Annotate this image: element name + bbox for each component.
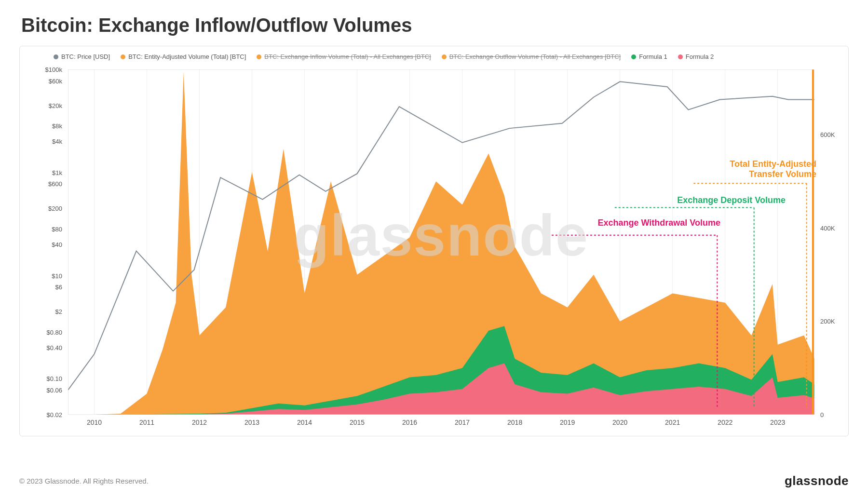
legend-item-f1[interactable]: Formula 1	[631, 53, 667, 60]
annotation-withdraw: Exchange Withdrawal Volume	[597, 218, 720, 228]
y-left-tick: $80	[52, 226, 62, 233]
y-left-tick: $0.40	[46, 344, 62, 351]
y-left-tick: $0.10	[46, 375, 62, 382]
x-ticks: 2010201120122013201420152016201720182019…	[68, 419, 814, 429]
chart-svg	[68, 69, 814, 415]
legend-swatch	[54, 54, 58, 59]
y-left-tick: $10	[52, 272, 62, 279]
chart-page: { "title": "Bitcoin: Exchange Inflow/Out…	[0, 0, 868, 500]
x-tick: 2023	[770, 419, 785, 426]
x-tick: 2016	[402, 419, 417, 426]
brand-logo: glassnode	[785, 473, 849, 488]
y-left-tick: $1k	[52, 169, 62, 176]
legend-item-price[interactable]: BTC: Price [USD]	[54, 53, 110, 60]
legend-label: BTC: Entity-Adjusted Volume (Total) [BTC…	[128, 53, 246, 60]
x-tick: 2021	[665, 419, 680, 426]
y-left-tick: $8k	[52, 122, 62, 130]
y-left-tick: $100k	[45, 66, 62, 73]
x-tick: 2018	[507, 419, 522, 426]
footer: © 2023 Glassnode. All Rights Reserved. g…	[19, 473, 849, 488]
y-left-tick: $200	[48, 205, 62, 212]
y-left-tick: $4k	[52, 138, 62, 145]
y-left-tick: $600	[48, 180, 62, 188]
legend-label: BTC: Exchange Inflow Volume (Total) - Al…	[264, 53, 431, 60]
x-tick: 2011	[139, 419, 154, 426]
legend-item-total[interactable]: BTC: Entity-Adjusted Volume (Total) [BTC…	[121, 53, 246, 60]
x-tick: 2012	[192, 419, 207, 426]
x-tick: 2010	[87, 419, 102, 426]
annotation-deposit: Exchange Deposit Volume	[677, 195, 786, 205]
legend-item-outflow[interactable]: BTC: Exchange Outflow Volume (Total) - A…	[442, 53, 621, 60]
y-left-tick: $0.80	[46, 328, 62, 336]
legend-label: Formula 2	[686, 53, 714, 60]
y-left-ticks: $0.02$0.06$0.10$0.40$0.80$2$6$10$40$80$2…	[20, 69, 66, 415]
y-right-ticks: 0200K400K600K	[816, 69, 848, 415]
y-left-tick: $0.06	[46, 387, 62, 394]
legend-swatch	[257, 54, 261, 59]
annotation-transfer: Total Entity-AdjustedTransfer Volume	[730, 159, 816, 179]
legend-label: BTC: Exchange Outflow Volume (Total) - A…	[449, 53, 621, 60]
y-left-tick: $20k	[49, 102, 62, 109]
chart-title: Bitcoin: Exchange Inflow/Outflow Volumes	[21, 14, 849, 36]
y-left-tick: $2	[55, 308, 62, 315]
y-right-tick: 200K	[820, 318, 835, 325]
legend-swatch	[442, 54, 447, 59]
x-tick: 2017	[455, 419, 470, 426]
y-left-tick: $0.02	[46, 411, 62, 419]
legend-label: BTC: Price [USD]	[61, 53, 110, 60]
x-tick: 2020	[612, 419, 627, 426]
y-left-tick: $6	[55, 284, 62, 291]
legend-swatch	[631, 54, 636, 59]
legend-item-inflow[interactable]: BTC: Exchange Inflow Volume (Total) - Al…	[257, 53, 431, 60]
legend-item-f2[interactable]: Formula 2	[678, 53, 714, 60]
x-tick: 2013	[244, 419, 259, 426]
x-tick: 2015	[350, 419, 365, 426]
chart-frame: BTC: Price [USD] BTC: Entity-Adjusted Vo…	[19, 46, 849, 436]
copyright: © 2023 Glassnode. All Rights Reserved.	[19, 477, 149, 485]
legend-swatch	[678, 54, 683, 59]
x-tick: 2019	[560, 419, 575, 426]
x-tick: 2014	[297, 419, 312, 426]
y-right-tick: 400K	[820, 224, 835, 231]
y-left-tick: $60k	[49, 77, 62, 84]
y-right-tick: 600K	[820, 131, 835, 138]
y-left-tick: $40	[52, 241, 62, 248]
x-tick: 2022	[718, 419, 732, 426]
plot-area: glassnode Total Entity-AdjustedTransfer …	[68, 69, 814, 415]
legend-swatch	[121, 54, 125, 59]
y-right-tick: 0	[820, 411, 824, 419]
legend: BTC: Price [USD] BTC: Entity-Adjusted Vo…	[20, 46, 848, 60]
legend-label: Formula 1	[639, 53, 667, 60]
